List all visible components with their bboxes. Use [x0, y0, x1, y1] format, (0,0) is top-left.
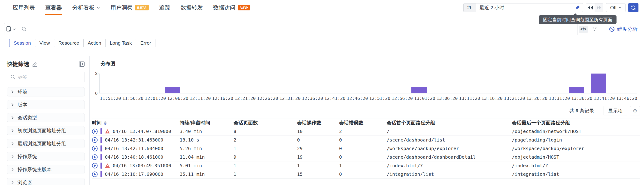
tab[interactable]: Session: [9, 39, 35, 47]
play-session-icon[interactable]: [92, 129, 98, 134]
tab[interactable]: Error: [136, 39, 156, 47]
nav-item-label: 用户洞察: [110, 4, 132, 11]
session-duration: 5.26 min: [180, 146, 202, 151]
chevron-right-icon: [11, 168, 14, 171]
play-session-icon[interactable]: [92, 137, 98, 143]
sidebar-filter-item[interactable]: 操作系统主版本: [7, 165, 85, 174]
time-range-label: 最近 2 小时: [476, 5, 508, 11]
time-back-button[interactable]: [586, 4, 594, 12]
code-toggle[interactable]: </>: [579, 26, 588, 33]
explorer-tabs: Session View Resource Action Long Task E…: [10, 39, 644, 47]
sort-icon[interactable]: [104, 121, 106, 125]
histogram-bar[interactable]: [412, 87, 427, 93]
column-header[interactable]: 会话操作数: [297, 118, 339, 127]
sidebar-filter-item[interactable]: 版本: [7, 100, 85, 109]
tag-search-box: [7, 72, 85, 82]
refresh-button[interactable]: [628, 3, 638, 12]
nav-item[interactable]: 数据转发: [181, 0, 203, 15]
session-last-path: /workspace/backup/explorer: [512, 146, 584, 151]
nav-item[interactable]: 数据访问 NEW: [213, 0, 250, 15]
x-tick-label: 13:16:20: [482, 96, 503, 101]
sidebar-filter-item[interactable]: 环境: [7, 87, 85, 96]
search-input[interactable]: [30, 26, 573, 32]
nav-item-label: 数据访问: [213, 4, 236, 11]
sidebar-filter-item[interactable]: 会话类型: [7, 113, 85, 122]
x-tick-label: 12:06:20: [167, 96, 188, 101]
x-tick-label: 13:21:20: [504, 96, 525, 101]
display-columns-button[interactable]: 显示项: [604, 106, 627, 115]
sidebar-title: 快捷筛选: [7, 60, 29, 68]
nav-item[interactable]: 追踪: [159, 0, 170, 15]
session-marker: [100, 145, 102, 151]
tab[interactable]: Action: [84, 39, 106, 47]
table-row[interactable]: 04/16 12:10:17.690000 35.11 min 1 15 0 /…: [92, 170, 640, 178]
play-session-icon[interactable]: [92, 163, 98, 168]
distribution-chart: 3 0 11:51:2011:56:2012:01:2012:06:2012:1…: [92, 67, 640, 104]
x-tick-label: 13:11:20: [459, 96, 480, 101]
sidebar-filter-item[interactable]: 最后浏览页面地址分组: [7, 139, 85, 148]
gear-icon[interactable]: ⚙: [630, 106, 640, 115]
column-header[interactable]: 会话首个页面路径分组: [387, 118, 512, 127]
column-header[interactable]: 时间: [92, 118, 180, 127]
column-header[interactable]: 持续/停留时间: [180, 118, 234, 127]
histogram-bar[interactable]: [569, 87, 584, 93]
main-panel: 分布图 3 0 11:51:2011:56:2012:01:2012:06:20…: [90, 56, 644, 185]
play-session-icon[interactable]: [92, 146, 98, 151]
column-header[interactable]: 会话最后一个页面路径分组: [512, 118, 640, 127]
sidebar-filter-label: 浏览器: [18, 179, 32, 185]
auto-refresh-select[interactable]: Off: [606, 3, 626, 12]
table-row[interactable]: 04/16 13:44:07.819000 3.40 min 8 10 2 / …: [92, 127, 640, 136]
time-forward-button[interactable]: [594, 4, 603, 12]
column-header[interactable]: 会话错误数: [339, 118, 387, 127]
session-first-path: /index.html/?: [387, 163, 423, 168]
filter-cell[interactable]: [589, 23, 601, 35]
sidebar-filter-label: 版本: [18, 102, 27, 108]
tab[interactable]: Resource: [54, 39, 84, 47]
records-toolbar: 共 6 条记录 显示项 ⚙: [92, 106, 640, 115]
nav-item[interactable]: 分析看板: [72, 0, 100, 15]
time-shortcut-chip[interactable]: 2h: [464, 4, 476, 12]
warning-icon: [105, 129, 110, 134]
table-row[interactable]: 04/16 13:42:11.604000 5.26 min 1 29 0 /w…: [92, 144, 640, 153]
play-session-icon[interactable]: [92, 154, 98, 160]
session-actions: 0: [297, 137, 300, 143]
code-mode-cell[interactable]: </>: [578, 23, 589, 35]
sidebar-filter-label: 初次浏览页面地址分组: [18, 127, 66, 134]
y-axis-min-label: 0: [92, 91, 98, 96]
play-session-icon[interactable]: [92, 171, 98, 177]
session-time: 04/16 12:10:17.690000: [105, 171, 163, 177]
chart-plot[interactable]: [99, 74, 637, 93]
collapse-panel-icon[interactable]: [79, 61, 85, 67]
tag-search-input[interactable]: [18, 74, 81, 80]
table-row[interactable]: 04/16 13:40:18.461000 11.04 min 9 19 0 /…: [92, 153, 640, 161]
dimension-analysis-link[interactable]: 维度分析: [609, 26, 638, 33]
table-row[interactable]: 04/16 13:03:49.351000 5.01 min 1 1 1 /in…: [92, 161, 640, 170]
session-duration: 11.04 min: [180, 154, 205, 160]
session-last-path: /objectadmin/HOST: [512, 154, 559, 160]
nav-item[interactable]: 用户洞察 BETA: [110, 0, 149, 15]
session-pages: 1: [234, 163, 236, 168]
x-tick-label: 12:51:20: [369, 96, 390, 101]
nav-item[interactable]: 应用列表: [13, 0, 35, 15]
filter-icon: [592, 26, 598, 32]
x-tick-label: 13:26:20: [526, 96, 548, 101]
session-actions: 10: [297, 129, 302, 134]
session-marker: [100, 162, 102, 168]
query-scope-button[interactable]: [4, 23, 17, 35]
edit-icon[interactable]: [32, 61, 38, 67]
sidebar-filter-item[interactable]: 初次浏览页面地址分组: [7, 126, 85, 135]
nav-item[interactable]: 查看器: [45, 0, 62, 15]
sidebar-filter-item[interactable]: 浏览器: [7, 178, 85, 185]
histogram-bar[interactable]: [591, 74, 606, 93]
session-table: 时间 持续/停留时间 会话页面数 会话操作数 会话错误数 会话首个页面路径分组 …: [92, 118, 640, 178]
session-errors: 1: [339, 163, 342, 168]
tab[interactable]: View: [35, 39, 54, 47]
tab[interactable]: Long Task: [105, 39, 136, 47]
table-row[interactable]: 04/16 13:42:31.463000 13.10 s 2 0 0 /sce…: [92, 136, 640, 144]
column-header[interactable]: 会话页面数: [234, 118, 297, 127]
time-range-picker[interactable]: 2h 最近 2 小时: [463, 3, 583, 12]
pin-icon[interactable]: [575, 5, 580, 11]
sidebar-filter-item[interactable]: 操作系统: [7, 152, 85, 161]
histogram-bar[interactable]: [165, 87, 180, 93]
search-field: [17, 23, 578, 35]
